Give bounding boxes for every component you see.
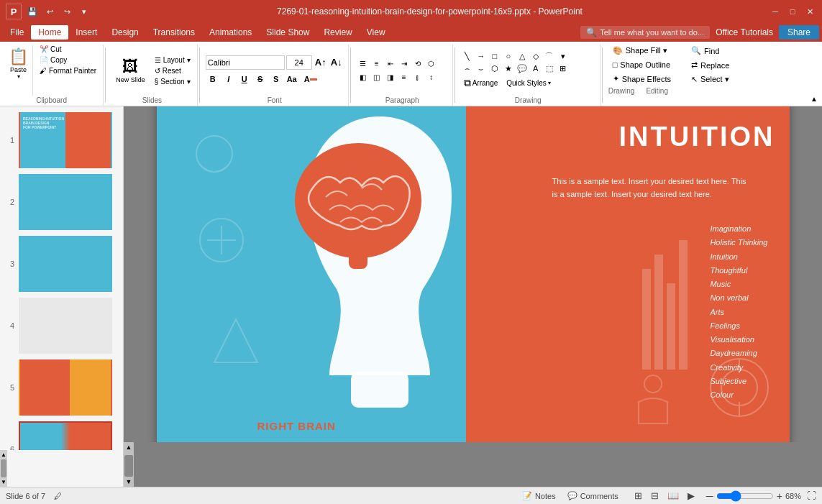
list-item: Intuition [710, 250, 767, 264]
shape-star-btn[interactable]: ★ [502, 63, 515, 74]
slide-canvas[interactable]: RIGHT BRAIN INTUITION This is a sample t… [157, 106, 790, 442]
share-btn[interactable]: Share [779, 25, 819, 40]
shape-arcr-btn[interactable]: ⌣ [475, 63, 488, 74]
close-btn[interactable]: ✕ [803, 5, 816, 18]
reset-button[interactable]: ↺ Reset [152, 66, 193, 75]
numbering-btn[interactable]: ≡ [370, 58, 383, 70]
slide-thumb-2[interactable]: 2 [4, 174, 119, 230]
new-slide-button[interactable]: 🖼 New Slide [111, 55, 150, 86]
bullets-btn[interactable]: ☰ [357, 58, 370, 70]
search-input[interactable]: Tell me what you want to do... [600, 28, 704, 37]
font-name-input[interactable] [206, 55, 285, 70]
find-button[interactable]: 🔍 Find [687, 45, 734, 57]
shadow-btn[interactable]: S [269, 72, 283, 86]
paste-button[interactable]: 📋 Paste ▾ [4, 45, 33, 96]
menu-design[interactable]: Design [104, 25, 145, 40]
shape-fill-btn[interactable]: 🎨 Shape Fill ▾ [608, 45, 675, 57]
normal-view-btn[interactable]: ⊞ [631, 490, 645, 502]
line-spacing-btn[interactable]: ↕ [425, 72, 438, 83]
decrease-font-btn[interactable]: A↓ [329, 55, 344, 70]
slide-sorter-btn[interactable]: ⊟ [648, 490, 662, 502]
shape-oval-btn[interactable]: ○ [502, 50, 515, 62]
arrange-button[interactable]: ⧉ Arrange [461, 75, 501, 91]
comments-btn[interactable]: 💬 Comments [563, 490, 623, 502]
shape-diamond-btn[interactable]: ◇ [529, 50, 542, 62]
comments-icon: 💬 [567, 491, 577, 500]
menu-review[interactable]: Review [316, 25, 359, 40]
menu-animations[interactable]: Animations [202, 25, 259, 40]
quick-styles-button[interactable]: Quick Styles ▾ [503, 78, 554, 88]
cut-button[interactable]: ✂️ Cut [37, 45, 99, 54]
underline-btn[interactable]: U [237, 72, 252, 86]
columns-btn[interactable]: ⫿ [411, 72, 424, 83]
undo-icon[interactable]: ↩ [43, 5, 56, 18]
list-item: Visualisation [710, 333, 767, 347]
strikethrough-btn[interactable]: S [253, 72, 268, 86]
zoom-out-btn[interactable]: ─ [706, 490, 713, 502]
shape-arcl-btn[interactable]: ⌢ [461, 63, 474, 74]
fit-slide-btn[interactable]: ⛶ [807, 490, 816, 501]
slideshow-btn[interactable]: ▶ [685, 490, 698, 502]
align-right-btn[interactable]: ◨ [384, 72, 397, 83]
shape-effects-btn[interactable]: ✦ Shape Effects [608, 73, 675, 85]
text-direction-btn[interactable]: ⟲ [411, 58, 424, 70]
restore-btn[interactable]: □ [786, 5, 799, 18]
menu-file[interactable]: File [3, 25, 31, 40]
decrease-indent-btn[interactable]: ⇤ [384, 58, 397, 70]
slide-thumb-6[interactable]: 6 [4, 421, 119, 450]
convert-smartart-btn[interactable]: ⬡ [425, 58, 438, 70]
layout-button[interactable]: ☰ Layout ▾ [152, 55, 193, 65]
notes-btn[interactable]: 📝 Notes [518, 490, 560, 502]
shape-flow-btn[interactable]: ⬡ [488, 63, 501, 74]
office-tutorials-btn[interactable]: Office Tutorials [716, 27, 773, 37]
shape-curve-btn[interactable]: ⌒ [543, 50, 556, 62]
shape-call-btn[interactable]: 💬 [516, 63, 529, 74]
slide-thumb-1[interactable]: 1 REASONING•INTUITIONBRAIN DESIGNFOR POW… [4, 112, 119, 168]
slides-scrollbar[interactable]: ▲ ▼ [0, 450, 7, 487]
font-size-input[interactable] [286, 55, 312, 70]
minimize-btn[interactable]: ─ [769, 5, 782, 18]
menu-home[interactable]: Home [31, 25, 68, 40]
font-color-btn[interactable]: A [303, 72, 318, 86]
align-center-btn[interactable]: ◫ [370, 72, 383, 83]
customize-icon[interactable]: ▾ [78, 5, 91, 18]
menu-transitions[interactable]: Transitions [146, 25, 202, 40]
format-painter-button[interactable]: 🖌 Format Painter [37, 66, 99, 75]
search-icon: 🔍 [586, 27, 597, 37]
zoom-slider[interactable] [716, 490, 774, 502]
slide-thumb-4[interactable]: 4 [4, 298, 119, 354]
shape-more-btn[interactable]: ▾ [557, 50, 570, 62]
slide-thumb-5[interactable]: 5 [4, 359, 119, 416]
slide-thumb-3[interactable]: 3 [4, 236, 119, 292]
menu-insert[interactable]: Insert [68, 25, 104, 40]
section-button[interactable]: § Section ▾ [152, 77, 193, 86]
shape-text-btn[interactable]: A [529, 63, 542, 74]
justify-btn[interactable]: ≡ [398, 72, 411, 83]
bold-btn[interactable]: B [206, 72, 220, 86]
font-case-btn[interactable]: Aa [285, 72, 299, 86]
save-icon[interactable]: 💾 [26, 5, 39, 18]
shape-rect-btn[interactable]: □ [488, 50, 501, 62]
shape-arrow-btn[interactable]: → [475, 50, 488, 62]
shape-img-btn[interactable]: ⬚ [543, 63, 556, 74]
svg-point-9 [721, 370, 757, 406]
menu-view[interactable]: View [360, 25, 393, 40]
align-left-btn[interactable]: ◧ [357, 72, 370, 83]
main-scrollbar-v[interactable]: ▲ ▼ [124, 442, 134, 487]
shape-line-btn[interactable]: ╲ [461, 50, 474, 62]
menu-slideshow[interactable]: Slide Show [259, 25, 316, 40]
copy-button[interactable]: 📄 Copy [37, 55, 99, 65]
zoom-in-btn[interactable]: + [777, 490, 782, 502]
shape-extra-btn[interactable]: ⊞ [557, 63, 570, 74]
reading-view-btn[interactable]: 📖 [665, 490, 682, 502]
ribbon-collapse-btn[interactable]: ▲ [810, 45, 822, 106]
increase-font-btn[interactable]: A↑ [314, 55, 328, 70]
increase-indent-btn[interactable]: ⇥ [398, 58, 411, 70]
replace-button[interactable]: ⇄ Replace [687, 59, 734, 71]
redo-icon[interactable]: ↪ [60, 5, 73, 18]
select-button[interactable]: ↖ Select ▾ [687, 73, 734, 86]
right-brain-label: RIGHT BRAIN [257, 420, 336, 432]
shape-outline-btn[interactable]: □ Shape Outline [608, 59, 675, 70]
italic-btn[interactable]: I [222, 72, 236, 86]
shape-tri-btn[interactable]: △ [516, 50, 529, 62]
